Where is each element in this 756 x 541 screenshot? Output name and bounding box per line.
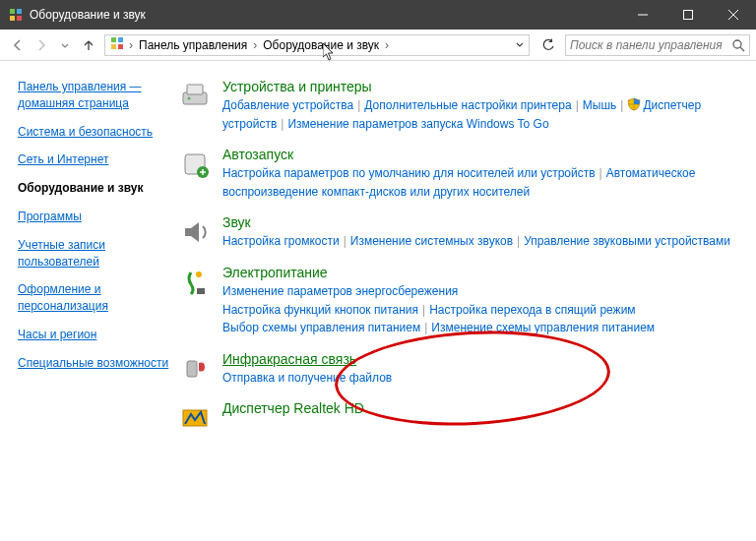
category: Устройства и принтерыДобавление устройст… bbox=[177, 79, 740, 133]
category-icon bbox=[177, 214, 213, 250]
category-icon bbox=[177, 400, 213, 436]
window-title: Оборудование и звук bbox=[30, 8, 146, 22]
breadcrumb-root[interactable]: Панель управления bbox=[137, 38, 249, 52]
search-icon[interactable] bbox=[731, 38, 745, 52]
sidebar-item[interactable]: Учетные записи пользователей bbox=[18, 237, 169, 270]
svg-rect-15 bbox=[187, 85, 203, 94]
task-link[interactable]: Изменение схемы управления питанием bbox=[431, 321, 655, 334]
sidebar-item[interactable]: Оборудование и звук bbox=[18, 180, 169, 197]
control-panel-icon bbox=[8, 7, 24, 23]
svg-rect-11 bbox=[118, 44, 123, 49]
svg-rect-8 bbox=[111, 37, 116, 42]
sidebar-item[interactable]: Оформление и персонализация bbox=[18, 281, 169, 315]
category-title[interactable]: Электропитание bbox=[222, 265, 328, 280]
task-link[interactable]: Дополнительные настройки принтера bbox=[364, 98, 571, 112]
category-links: Изменение параметров энергосбереженияНас… bbox=[222, 282, 740, 337]
sidebar-item[interactable]: Сеть и Интернет bbox=[18, 151, 169, 168]
shield-icon bbox=[627, 97, 641, 111]
task-link[interactable]: Изменение параметров запуска Windows To … bbox=[287, 117, 548, 131]
close-button[interactable] bbox=[711, 0, 756, 30]
category-icon bbox=[177, 265, 213, 300]
forward-button[interactable] bbox=[30, 33, 53, 57]
svg-rect-2 bbox=[10, 16, 15, 21]
category-icon bbox=[177, 79, 213, 114]
task-link[interactable]: Настройка функций кнопок питания bbox=[222, 303, 418, 317]
svg-rect-21 bbox=[187, 361, 197, 377]
minimize-button[interactable] bbox=[620, 0, 665, 30]
maximize-button[interactable] bbox=[665, 0, 711, 30]
up-button[interactable] bbox=[77, 33, 100, 57]
svg-point-16 bbox=[188, 97, 191, 100]
main-panel: Устройства и принтерыДобавление устройст… bbox=[177, 61, 756, 541]
task-link[interactable]: Изменение системных звуков bbox=[350, 234, 513, 248]
category-title[interactable]: Диспетчер Realtek HD bbox=[222, 400, 364, 416]
refresh-button[interactable] bbox=[537, 34, 559, 56]
category-title[interactable]: Инфракрасная связь bbox=[222, 351, 356, 367]
back-button[interactable] bbox=[6, 33, 30, 57]
sidebar-item[interactable]: Специальные возможности bbox=[18, 355, 169, 372]
titlebar: Оборудование и звук bbox=[0, 0, 756, 30]
svg-line-13 bbox=[740, 47, 744, 51]
task-link[interactable]: Настройка параметров по умолчанию для но… bbox=[222, 166, 596, 180]
svg-rect-20 bbox=[197, 288, 205, 294]
address-icon bbox=[109, 35, 125, 54]
category-title[interactable]: Устройства и принтеры bbox=[222, 79, 372, 94]
address-bar[interactable]: › Панель управления › Оборудование и зву… bbox=[104, 34, 530, 56]
task-link[interactable]: Управление звуковыми устройствами bbox=[524, 234, 730, 248]
navbar: › Панель управления › Оборудование и зву… bbox=[0, 30, 756, 61]
task-link[interactable]: Настройка перехода в спящий режим bbox=[429, 303, 635, 317]
sidebar-item[interactable]: Часы и регион bbox=[18, 327, 169, 343]
category: ЗвукНастройка громкости|Изменение систем… bbox=[177, 214, 740, 251]
svg-rect-3 bbox=[17, 16, 22, 21]
svg-rect-5 bbox=[684, 11, 693, 20]
chevron-right-icon[interactable]: › bbox=[381, 38, 393, 52]
chevron-right-icon[interactable]: › bbox=[249, 38, 261, 52]
category-links: Настройка параметров по умолчанию для но… bbox=[222, 164, 740, 201]
task-link[interactable]: Мышь bbox=[583, 98, 617, 112]
sidebar-item[interactable]: Программы bbox=[18, 209, 169, 225]
category-links: Настройка громкости|Изменение системных … bbox=[222, 232, 740, 251]
search-box[interactable] bbox=[565, 34, 750, 56]
svg-rect-0 bbox=[10, 9, 15, 14]
task-link[interactable]: Выбор схемы управления питанием bbox=[222, 321, 420, 334]
svg-point-19 bbox=[196, 271, 202, 277]
category-icon bbox=[177, 351, 213, 387]
category: Инфракрасная связьОтправка и получение ф… bbox=[177, 351, 740, 388]
category: Диспетчер Realtek HD bbox=[177, 400, 740, 436]
recent-dropdown[interactable] bbox=[53, 33, 77, 57]
breadcrumb-current[interactable]: Оборудование и звук bbox=[261, 38, 381, 52]
category: АвтозапускНастройка параметров по умолча… bbox=[177, 147, 740, 201]
task-link[interactable]: Добавление устройства bbox=[222, 98, 353, 112]
task-link[interactable]: Настройка громкости bbox=[222, 234, 340, 248]
category-links: Добавление устройства|Дополнительные нас… bbox=[222, 96, 740, 133]
svg-rect-9 bbox=[118, 37, 123, 42]
task-link[interactable]: Отправка и получение файлов bbox=[222, 371, 392, 385]
category-icon bbox=[177, 147, 213, 182]
sidebar-item[interactable]: Система и безопасность bbox=[18, 124, 169, 141]
category-links: Отправка и получение файлов bbox=[222, 369, 740, 388]
task-link[interactable]: Изменение параметров энергосбережения bbox=[222, 284, 458, 298]
category-title[interactable]: Автозапуск bbox=[222, 147, 293, 162]
sidebar: Панель управления — домашняя страница Си… bbox=[0, 61, 177, 541]
svg-rect-1 bbox=[17, 9, 22, 14]
svg-point-12 bbox=[733, 40, 741, 48]
search-input[interactable] bbox=[570, 38, 731, 52]
category-title[interactable]: Звук bbox=[222, 214, 251, 230]
category: ЭлектропитаниеИзменение параметров энерг… bbox=[177, 265, 740, 337]
svg-rect-10 bbox=[111, 44, 116, 49]
address-dropdown-icon[interactable] bbox=[515, 38, 525, 52]
sidebar-home[interactable]: Панель управления — домашняя страница bbox=[18, 79, 169, 112]
chevron-right-icon[interactable]: › bbox=[125, 38, 137, 52]
